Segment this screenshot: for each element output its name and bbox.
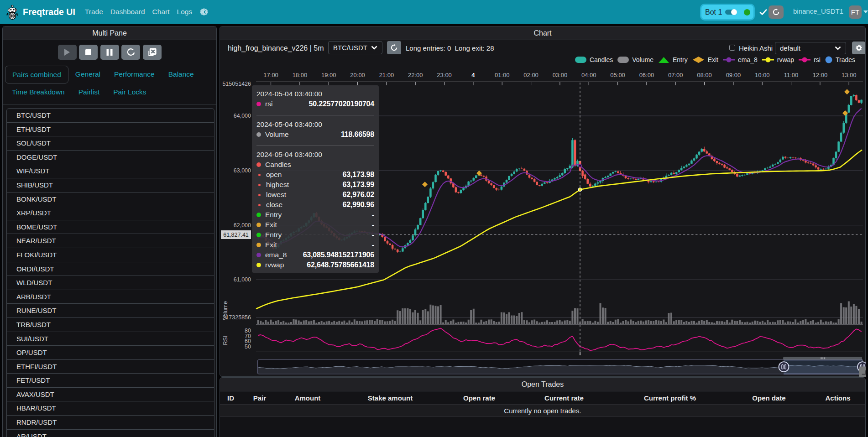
svg-text:18:00: 18:00 <box>293 72 308 78</box>
svg-text:12:00: 12:00 <box>813 72 828 78</box>
svg-text:4: 4 <box>471 72 475 78</box>
svg-text:RSI: RSI <box>222 336 229 345</box>
svg-text:Volume: Volume <box>222 301 229 320</box>
svg-text:10:00: 10:00 <box>755 72 770 78</box>
svg-text:22:00: 22:00 <box>408 72 423 78</box>
svg-text:23:00: 23:00 <box>437 72 452 78</box>
svg-text:64,000: 64,000 <box>234 113 251 119</box>
svg-text:19:00: 19:00 <box>321 72 336 78</box>
svg-text:63,000: 63,000 <box>234 167 251 174</box>
svg-text:17:00: 17:00 <box>263 72 278 78</box>
svg-text:515051426: 515051426 <box>222 81 251 87</box>
svg-text:21:00: 21:00 <box>379 72 394 78</box>
svg-text:61,000: 61,000 <box>234 276 251 283</box>
svg-text:11:00: 11:00 <box>784 72 799 78</box>
svg-text:06:00: 06:00 <box>639 72 654 78</box>
svg-text:03:00: 03:00 <box>553 72 568 78</box>
svg-text:13:00: 13:00 <box>842 72 857 78</box>
svg-text:09:00: 09:00 <box>726 72 741 78</box>
svg-text:08:00: 08:00 <box>697 72 712 78</box>
svg-text:05:00: 05:00 <box>610 72 625 78</box>
svg-text:62,000: 62,000 <box>234 222 251 229</box>
svg-text:04:00: 04:00 <box>581 72 596 78</box>
svg-text:02:00: 02:00 <box>523 72 539 78</box>
svg-text:50: 50 <box>245 343 251 350</box>
svg-text:20:00: 20:00 <box>350 72 365 78</box>
svg-text:01:00: 01:00 <box>495 72 510 78</box>
svg-text:07:00: 07:00 <box>668 72 683 78</box>
